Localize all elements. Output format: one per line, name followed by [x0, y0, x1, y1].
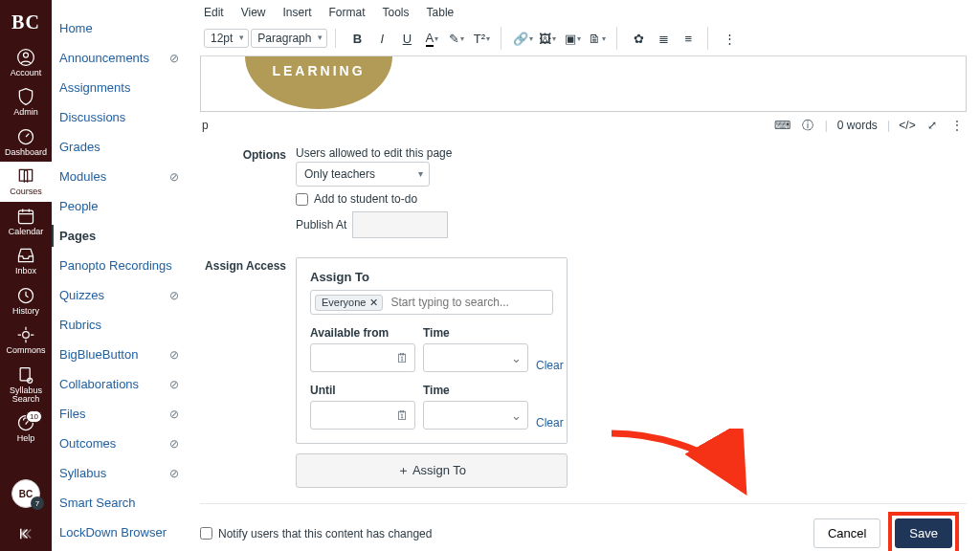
course-nav-home[interactable]: Home: [52, 17, 190, 39]
avatar[interactable]: BC 7: [11, 479, 40, 508]
edit-perm-label: Users allowed to edit this page: [296, 146, 967, 160]
document-icon[interactable]: 🗎▾: [586, 27, 609, 50]
nav-inbox[interactable]: Inbox: [0, 241, 52, 280]
until-time[interactable]: ⌄: [423, 401, 528, 430]
until-label: Until: [310, 384, 415, 397]
menu-insert[interactable]: Insert: [282, 6, 311, 19]
app-icon[interactable]: ✿: [627, 27, 650, 50]
nav-history[interactable]: History: [0, 281, 52, 320]
clear-from-link[interactable]: Clear: [536, 359, 564, 372]
list-icon[interactable]: ≣: [652, 27, 675, 50]
todo-label: Add to student to-do: [314, 192, 417, 206]
collapse-nav-icon[interactable]: [17, 525, 34, 545]
course-nav-people[interactable]: People: [52, 195, 190, 217]
nav-syllabus-search[interactable]: Syllabus Search: [0, 361, 52, 409]
italic-icon[interactable]: I: [370, 27, 393, 50]
help-badge: 10: [26, 410, 42, 423]
course-nav-files[interactable]: Files⊘: [52, 403, 190, 425]
course-nav-rubrics[interactable]: Rubrics: [52, 314, 190, 336]
save-button[interactable]: Save: [895, 518, 952, 548]
media-icon[interactable]: ▣▾: [561, 27, 584, 50]
html-icon[interactable]: </>: [900, 118, 915, 133]
editor-statusbar: p ⌨ ⓘ | 0 words | </> ⤢ ⋮: [200, 112, 967, 139]
available-from-label: Available from: [310, 326, 415, 340]
available-from-time[interactable]: ⌄: [423, 343, 528, 372]
assign-card: Assign To Everyone ✕ Available from 🗓 Ti…: [296, 257, 568, 444]
course-nav-smartsearch[interactable]: Smart Search: [52, 492, 190, 514]
a11y-icon[interactable]: ⓘ: [800, 118, 815, 133]
paragraph-select[interactable]: Paragraph: [251, 29, 327, 48]
avatar-badge: 7: [31, 496, 44, 510]
nav-calendar[interactable]: Calendar: [0, 202, 52, 241]
nav-courses[interactable]: Courses: [0, 162, 52, 201]
publish-at-input[interactable]: [352, 211, 448, 238]
available-from-date[interactable]: 🗓: [310, 343, 415, 372]
fullscreen-icon[interactable]: ⤢: [924, 118, 940, 133]
link-icon[interactable]: 🔗▾: [511, 27, 534, 50]
nav-help[interactable]: 10 Help: [0, 408, 52, 448]
highlight-icon[interactable]: ✎▾: [445, 27, 468, 50]
course-nav-assignments[interactable]: Assignments: [52, 77, 190, 99]
course-nav-discussions[interactable]: Discussions: [52, 106, 190, 128]
course-nav-panopto[interactable]: Panopto Recordings: [52, 254, 190, 276]
menu-table[interactable]: Table: [427, 6, 455, 19]
course-nav-quizzes[interactable]: Quizzes⊘: [52, 284, 190, 306]
nav-admin[interactable]: Admin: [0, 82, 52, 121]
course-nav-announcements[interactable]: Announcements⊘: [52, 47, 190, 69]
editor-body[interactable]: LEARNING: [200, 56, 967, 112]
doc-search-icon: [16, 365, 35, 385]
align-icon[interactable]: ≡: [677, 27, 700, 50]
text-color-icon[interactable]: A▾: [420, 27, 443, 50]
bold-icon[interactable]: B: [345, 27, 368, 50]
app-logo[interactable]: BC: [11, 6, 40, 43]
element-path[interactable]: p: [202, 119, 209, 132]
resize-handle-icon[interactable]: ⋮: [949, 118, 965, 133]
editor-toolbar: 12pt Paragraph B I U A▾ ✎▾ T²▾ 🔗▾ 🖼▾ ▣▾ …: [200, 25, 967, 56]
time-label: Time: [423, 384, 528, 397]
font-size-select[interactable]: 12pt: [204, 29, 249, 48]
notify-checkbox[interactable]: [200, 527, 212, 540]
keyboard-icon[interactable]: ⌨: [775, 118, 791, 133]
assign-search-input[interactable]: [389, 294, 548, 311]
nav-account[interactable]: Account: [0, 43, 52, 82]
course-nav-collab[interactable]: Collaborations⊘: [52, 373, 190, 395]
cancel-button[interactable]: Cancel: [813, 518, 880, 548]
menu-format[interactable]: Format: [329, 6, 366, 19]
nav-dashboard[interactable]: Dashboard: [0, 122, 52, 162]
chevron-down-icon: ⌄: [511, 408, 522, 423]
content-image: LEARNING: [245, 56, 392, 109]
calendar-icon: 🗓: [396, 408, 409, 423]
image-icon[interactable]: 🖼▾: [536, 27, 559, 50]
until-date[interactable]: 🗓: [310, 401, 415, 430]
underline-icon[interactable]: U: [395, 27, 418, 50]
assign-token: Everyone ✕: [315, 295, 383, 311]
menu-view[interactable]: View: [241, 6, 266, 19]
word-count[interactable]: 0 words: [837, 119, 878, 132]
course-nav-syllabus[interactable]: Syllabus⊘: [52, 462, 190, 484]
todo-checkbox[interactable]: [296, 193, 308, 206]
shield-icon: [16, 87, 35, 106]
hidden-icon: ⊘: [167, 467, 181, 480]
commons-icon: [16, 325, 35, 344]
edit-perm-select[interactable]: Only teachers: [296, 162, 430, 187]
course-nav-grades[interactable]: Grades: [52, 136, 190, 158]
course-nav-pages[interactable]: Pages: [52, 225, 190, 247]
hidden-icon: ⊘: [167, 348, 181, 362]
hidden-icon: ⊘: [167, 378, 181, 391]
course-nav-lockdown[interactable]: LockDown Browser: [52, 521, 190, 543]
remove-token-icon[interactable]: ✕: [369, 297, 378, 309]
more-icon[interactable]: ⋮: [718, 27, 741, 50]
nav-commons[interactable]: Commons: [0, 320, 52, 360]
menu-tools[interactable]: Tools: [383, 6, 410, 19]
course-nav-modules[interactable]: Modules⊘: [52, 165, 190, 187]
clear-until-link[interactable]: Clear: [536, 416, 564, 430]
calendar-icon: [16, 207, 35, 226]
superscript-icon[interactable]: T²▾: [470, 27, 493, 50]
add-assign-button[interactable]: ＋ Assign To: [296, 453, 568, 488]
course-nav-bbb[interactable]: BigBlueButton⊘: [52, 343, 190, 365]
svg-point-1: [24, 53, 29, 57]
assign-to-input[interactable]: Everyone ✕: [310, 290, 553, 315]
menu-edit[interactable]: Edit: [204, 6, 224, 19]
course-nav-outcomes[interactable]: Outcomes⊘: [52, 432, 190, 454]
global-nav: BC Account Admin Dashboard Courses Calen…: [0, 0, 52, 551]
